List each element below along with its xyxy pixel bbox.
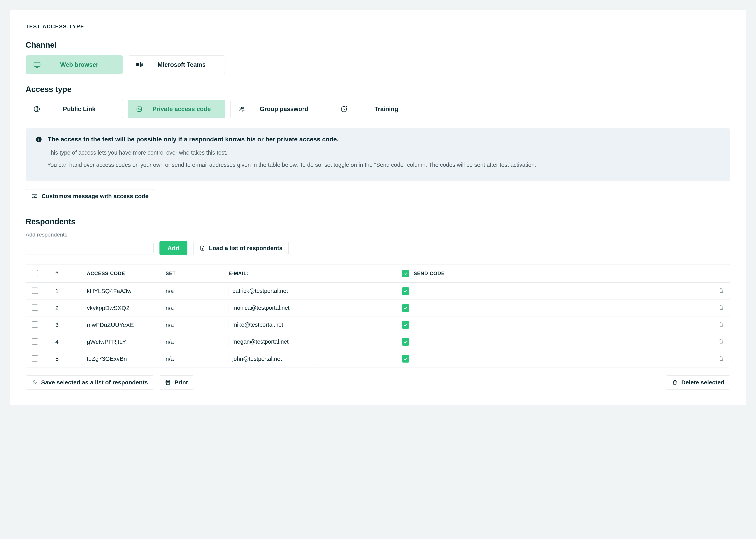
- info-icon: [35, 136, 42, 143]
- monitor-icon: [33, 61, 43, 68]
- select-all-checkbox[interactable]: [32, 270, 38, 276]
- channel-web-browser[interactable]: Web browser: [26, 55, 123, 74]
- training-icon: [340, 106, 350, 113]
- teams-icon: T: [136, 61, 146, 68]
- access-title: Access type: [26, 85, 730, 94]
- channel-microsoft-teams[interactable]: T Microsoft Teams: [128, 55, 226, 74]
- row-access-code: tdZg73GExvBn: [87, 355, 166, 362]
- add-respondents-label: Add respondents: [26, 232, 730, 238]
- row-checkbox[interactable]: [32, 321, 38, 328]
- main-card: TEST ACCESS TYPE Channel Web browser T M…: [10, 10, 746, 405]
- load-respondents-button[interactable]: Load a list of respondents: [193, 241, 288, 255]
- add-respondent-input[interactable]: [26, 242, 154, 255]
- row-send-code-checkbox[interactable]: [402, 304, 409, 312]
- svg-point-19: [38, 138, 39, 138]
- access-training[interactable]: Training: [333, 100, 430, 118]
- table-row: 2 ykykppDwSXQ2 n/a: [26, 299, 730, 317]
- row-checkbox[interactable]: [32, 338, 38, 345]
- respondents-table: # ACCESS CODE SET E-MAIL: SEND CODE 1 kH…: [26, 264, 730, 367]
- info-line2: You can hand over access codes on your o…: [47, 161, 721, 169]
- channel-web-label: Web browser: [43, 61, 115, 68]
- access-training-label: Training: [350, 106, 423, 113]
- svg-line-17: [346, 106, 347, 107]
- col-access-code: ACCESS CODE: [87, 270, 166, 276]
- access-group-password[interactable]: Group password: [230, 100, 328, 118]
- user-check-icon: [32, 379, 37, 385]
- table-row: 3 mwFDuZUUYeXE n/a: [26, 317, 730, 334]
- row-delete-button[interactable]: [719, 338, 724, 344]
- row-access-code: kHYLSQ4FaA3w: [87, 288, 166, 294]
- col-email: E-MAIL:: [229, 270, 402, 276]
- access-public-label: Public Link: [43, 106, 115, 113]
- row-delete-button[interactable]: [719, 304, 724, 310]
- row-send-code-checkbox[interactable]: [402, 338, 409, 346]
- customize-message-button[interactable]: Customize message with access code: [26, 189, 154, 203]
- globe-icon: [33, 106, 43, 113]
- table-row: 5 tdZg73GExvBn n/a: [26, 350, 730, 367]
- row-number: 5: [55, 355, 87, 362]
- col-num: #: [55, 270, 87, 276]
- send-code-all-checkbox[interactable]: [402, 270, 409, 277]
- users-icon: [238, 106, 248, 113]
- row-set: n/a: [166, 339, 229, 345]
- svg-point-10: [138, 108, 139, 110]
- row-send-code-checkbox[interactable]: [402, 287, 409, 295]
- info-title: The access to the test will be possible …: [48, 136, 339, 143]
- save-selected-button[interactable]: Save selected as a list of respondents: [26, 375, 154, 390]
- eyebrow-label: TEST ACCESS TYPE: [26, 24, 730, 30]
- row-send-code-checkbox[interactable]: [402, 321, 409, 329]
- table-header: # ACCESS CODE SET E-MAIL: SEND CODE: [26, 265, 730, 282]
- svg-point-6: [142, 63, 143, 64]
- upload-icon: [199, 245, 205, 251]
- respondents-title: Respondents: [26, 217, 730, 226]
- row-send-code-checkbox[interactable]: [402, 355, 409, 362]
- row-checkbox[interactable]: [32, 355, 38, 361]
- row-checkbox[interactable]: [32, 304, 38, 311]
- access-public-link[interactable]: Public Link: [26, 100, 123, 118]
- row-number: 1: [55, 288, 87, 294]
- table-row: 4 gWctwPFRjtLY n/a: [26, 334, 730, 350]
- table-row: 1 kHYLSQ4FaA3w n/a: [26, 282, 730, 299]
- svg-point-22: [33, 381, 35, 382]
- row-set: n/a: [166, 288, 229, 294]
- access-options: Public Link Private access code Group pa…: [26, 100, 730, 118]
- row-email-input[interactable]: [229, 302, 315, 314]
- access-private-label: Private access code: [146, 106, 218, 113]
- delete-selected-label: Delete selected: [681, 379, 724, 386]
- trash-icon: [672, 379, 678, 385]
- row-access-code: ykykppDwSXQ2: [87, 305, 166, 311]
- customize-label: Customize message with access code: [41, 193, 149, 199]
- svg-text:T: T: [137, 63, 139, 66]
- row-delete-button[interactable]: [719, 287, 724, 293]
- row-access-code: mwFDuZUUYeXE: [87, 322, 166, 328]
- svg-rect-24: [166, 383, 169, 385]
- svg-point-14: [240, 107, 242, 109]
- key-icon: [136, 106, 146, 113]
- row-checkbox[interactable]: [32, 287, 38, 294]
- load-label: Load a list of respondents: [209, 245, 282, 252]
- row-delete-button[interactable]: [719, 321, 724, 327]
- col-set: SET: [166, 270, 229, 276]
- access-private-code[interactable]: Private access code: [128, 100, 226, 118]
- row-set: n/a: [166, 322, 229, 328]
- col-send-label: SEND CODE: [414, 270, 445, 276]
- print-button[interactable]: Print: [159, 375, 194, 390]
- row-number: 4: [55, 339, 87, 345]
- add-button[interactable]: Add: [160, 241, 187, 255]
- row-email-input[interactable]: [229, 353, 315, 365]
- channel-options: Web browser T Microsoft Teams: [26, 55, 730, 74]
- col-send-code: SEND CODE: [402, 270, 697, 277]
- save-selected-label: Save selected as a list of respondents: [41, 379, 148, 386]
- row-delete-button[interactable]: [719, 355, 724, 361]
- row-email-input[interactable]: [229, 319, 315, 331]
- row-number: 2: [55, 305, 87, 311]
- svg-rect-0: [34, 62, 40, 66]
- svg-point-15: [242, 107, 244, 109]
- svg-rect-20: [38, 139, 39, 141]
- row-set: n/a: [166, 305, 229, 311]
- delete-selected-button[interactable]: Delete selected: [666, 375, 730, 390]
- row-access-code: gWctwPFRjtLY: [87, 339, 166, 345]
- row-email-input[interactable]: [229, 285, 315, 297]
- row-set: n/a: [166, 355, 229, 362]
- row-email-input[interactable]: [229, 336, 315, 348]
